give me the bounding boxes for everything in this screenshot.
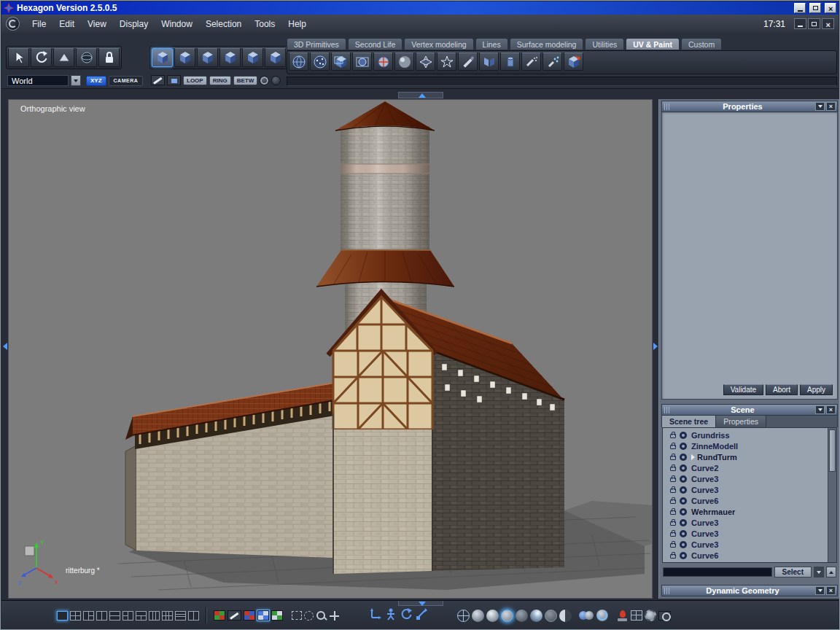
unfold-star-icon[interactable]: [437, 52, 456, 71]
lock-icon[interactable]: [670, 489, 676, 493]
cut-seam-icon[interactable]: [458, 52, 478, 71]
camera-button[interactable]: CAMERA: [109, 76, 144, 86]
ring-button[interactable]: RING: [209, 76, 231, 85]
uv-checker-red-blue-icon[interactable]: [244, 610, 255, 621]
tab-lines[interactable]: Lines: [475, 38, 508, 50]
visibility-eye-icon[interactable]: [680, 486, 687, 494]
lock-icon[interactable]: [670, 434, 676, 438]
orbit-sphere-icon[interactable]: [596, 610, 608, 621]
shrink-selection-icon[interactable]: [271, 76, 281, 85]
menu-help[interactable]: Help: [281, 17, 313, 31]
lock-icon[interactable]: [670, 532, 676, 537]
lock-icon[interactable]: [670, 456, 676, 460]
minimize-icon[interactable]: [794, 18, 806, 29]
scene-list-scrollbar[interactable]: [828, 428, 836, 562]
tab-uv-paint[interactable]: UV & Paint: [626, 38, 680, 50]
paint-drop-icon[interactable]: [617, 610, 629, 621]
menu-view[interactable]: View: [81, 17, 113, 31]
scene-tree-item[interactable]: Curve3: [663, 473, 828, 484]
scene-tree-item[interactable]: Curve2: [663, 462, 828, 473]
tab-3d-primitives[interactable]: 3D Primitives: [287, 38, 346, 50]
visibility-eye-icon[interactable]: [680, 519, 687, 526]
collapse-down-arrow-icon[interactable]: [419, 602, 426, 606]
grow-selection-icon[interactable]: [260, 76, 269, 85]
collapse-right-arrow-icon[interactable]: [653, 343, 658, 350]
visibility-eye-icon[interactable]: [680, 552, 687, 559]
scrollbar-thumb[interactable]: [829, 429, 836, 472]
planar-projection-icon[interactable]: [331, 52, 351, 71]
tab-utilities[interactable]: Utilities: [585, 38, 624, 50]
close-icon[interactable]: [822, 18, 834, 29]
area-select-icon[interactable]: [167, 75, 181, 85]
panel-grip-icon[interactable]: [664, 104, 670, 110]
uv-checker-green-icon[interactable]: [271, 610, 283, 621]
select-button[interactable]: Select: [774, 567, 812, 578]
lock-icon[interactable]: [670, 467, 676, 471]
circle-select-icon[interactable]: [304, 611, 314, 621]
scene-tree-item[interactable]: Curve6: [663, 495, 828, 506]
lock-icon[interactable]: [670, 478, 676, 482]
validate-button[interactable]: Validate: [723, 384, 763, 395]
expander-icon[interactable]: [691, 454, 695, 460]
visibility-eye-icon[interactable]: [680, 497, 687, 505]
properties-panel-titlebar[interactable]: Properties: [661, 101, 838, 112]
tab-scene-tree[interactable]: Scene tree: [662, 416, 716, 427]
collapse-up-arrow-icon[interactable]: [419, 93, 426, 98]
scene-tree-item[interactable]: Curve6: [663, 550, 828, 561]
render-camera-icon[interactable]: [658, 611, 671, 621]
uv-target-icon[interactable]: [373, 52, 393, 71]
panel-grip-icon[interactable]: [664, 407, 670, 413]
uv-sphere-dots-icon[interactable]: [310, 52, 330, 71]
tab-surface-modeling[interactable]: Surface modeling: [510, 38, 584, 50]
magnifier-icon[interactable]: [316, 610, 327, 621]
shading-wireframe-icon[interactable]: [457, 610, 470, 622]
drop-object-icon[interactable]: [564, 52, 583, 71]
shading-split-icon[interactable]: [559, 610, 572, 622]
layout-single-icon[interactable]: [57, 611, 68, 621]
rotate-view-icon[interactable]: [31, 48, 52, 67]
close-icon[interactable]: [825, 3, 836, 13]
visibility-eye-icon[interactable]: [680, 530, 687, 537]
panel-collapse-icon[interactable]: [815, 405, 825, 414]
apply-button[interactable]: Apply: [800, 384, 833, 395]
layout-3rows-icon[interactable]: [175, 611, 186, 621]
scene-tree-item[interactable]: RundTurm: [663, 451, 828, 462]
menu-selection[interactable]: Selection: [199, 17, 248, 31]
panel-collapse-icon[interactable]: [815, 586, 825, 595]
layout-2cols-wide-icon[interactable]: [188, 611, 199, 621]
main-3d-viewport[interactable]: Orthographic view: [8, 99, 653, 599]
restore-icon[interactable]: [809, 3, 821, 13]
window-titlebar[interactable]: Hexagon Version 2.5.0.5: [1, 1, 839, 15]
layout-3cols-icon[interactable]: [149, 611, 160, 621]
panel-close-icon[interactable]: [826, 405, 836, 414]
lock-icon[interactable]: [670, 543, 676, 548]
visibility-eye-icon[interactable]: [680, 443, 687, 450]
select-cursor-icon[interactable]: [8, 48, 29, 67]
scene-tree-item[interactable]: Curve3: [663, 528, 828, 539]
sphere-icon[interactable]: [76, 48, 97, 67]
tab-second-life[interactable]: Second Life: [348, 38, 402, 50]
tab-custom[interactable]: Custom: [681, 38, 722, 50]
spherical-projection-icon[interactable]: [352, 52, 372, 71]
shading-flat-icon[interactable]: [472, 610, 484, 622]
visibility-eye-icon[interactable]: [680, 541, 687, 548]
shading-smooth-icon[interactable]: [486, 610, 499, 622]
unfold-flower-icon[interactable]: [416, 52, 435, 71]
scene-panel-titlebar[interactable]: Scene: [661, 404, 838, 416]
cube-hollow-icon[interactable]: [242, 48, 263, 67]
cube-point-icon[interactable]: [152, 48, 173, 67]
scene-tree-item[interactable]: Wehrmauer: [663, 506, 828, 517]
spinner-down-icon[interactable]: [814, 567, 824, 578]
scene-tree-item[interactable]: Grundriss: [663, 429, 828, 440]
menu-display[interactable]: Display: [113, 17, 155, 31]
visibility-eye-icon[interactable]: [680, 454, 687, 461]
scene-search-input[interactable]: [663, 567, 772, 577]
layout-quad-icon[interactable]: [70, 611, 81, 621]
cone-icon[interactable]: [53, 48, 74, 67]
gear-sphere-icon[interactable]: [645, 610, 656, 621]
cylinder-projection-icon[interactable]: [500, 52, 520, 71]
shading-dark-icon[interactable]: [516, 610, 528, 622]
tab-vertex-modeling[interactable]: Vertex modeling: [404, 38, 473, 50]
uv-checker-selected-icon[interactable]: [257, 610, 269, 621]
sphere-pair-icon[interactable]: [579, 610, 594, 621]
